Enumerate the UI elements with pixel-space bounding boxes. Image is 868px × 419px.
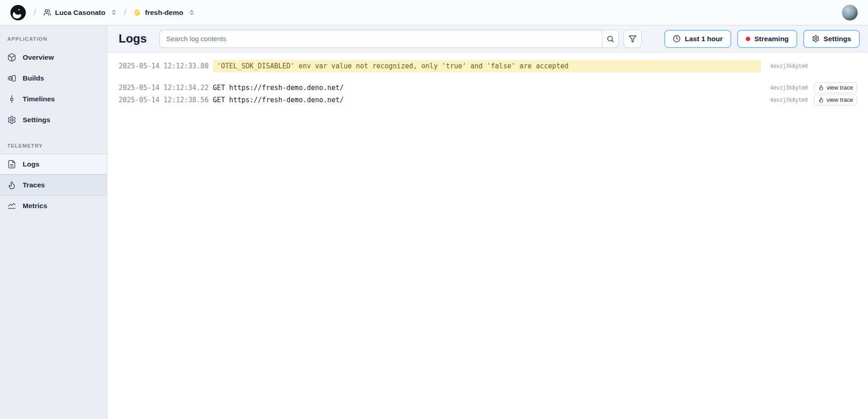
cube-icon bbox=[7, 53, 16, 62]
team-icon bbox=[43, 9, 51, 16]
log-isolate-id: 4evzj3k8ytm0 bbox=[770, 85, 810, 91]
user-avatar[interactable] bbox=[842, 5, 858, 21]
log-row[interactable]: 2025-05-14 12:12:38.56 GET https://fresh… bbox=[119, 94, 857, 106]
filter-button[interactable] bbox=[623, 30, 642, 48]
clock-icon bbox=[673, 35, 681, 43]
timeline-icon bbox=[7, 95, 16, 104]
builds-icon bbox=[7, 74, 16, 83]
topbar: / Luca Casonato / fresh-demo bbox=[0, 0, 868, 25]
search-icon bbox=[606, 35, 614, 43]
log-search-group bbox=[159, 30, 619, 48]
flame-icon bbox=[7, 181, 16, 190]
view-trace-button[interactable]: view trace bbox=[814, 82, 857, 93]
log-timestamp: 2025-05-14 12:12:38.56 bbox=[119, 96, 213, 104]
chevrons-up-down-icon bbox=[111, 10, 117, 15]
trend-icon bbox=[7, 201, 16, 210]
gear-icon bbox=[7, 115, 16, 124]
sidebar: APPLICATION Overview Builds Timelines bbox=[0, 25, 107, 419]
view-trace-button[interactable]: view trace bbox=[814, 95, 857, 105]
toolbar-actions: Last 1 hour Streaming Settings bbox=[664, 30, 860, 48]
log-row[interactable]: 2025-05-14 12:12:34.22 GET https://fresh… bbox=[119, 81, 857, 94]
sidebar-item-label: Logs bbox=[23, 160, 39, 168]
sidebar-section-telemetry: TELEMETRY bbox=[0, 135, 107, 154]
sidebar-item-label: Settings bbox=[23, 116, 50, 124]
log-timestamp: 2025-05-14 12:12:34.22 bbox=[119, 84, 213, 92]
fresh-project-icon bbox=[134, 9, 141, 16]
sidebar-item-label: Metrics bbox=[23, 202, 47, 210]
logs-toolbar: Logs Last 1 hour bbox=[107, 25, 868, 52]
search-input[interactable] bbox=[159, 30, 602, 48]
sidebar-item-label: Traces bbox=[23, 181, 45, 189]
log-row-warning[interactable]: 2025-05-14 12:12:33.80 'OTEL_SDK_DISABLE… bbox=[119, 60, 857, 72]
log-settings-label: Settings bbox=[824, 35, 851, 43]
log-isolate-id: 4evzj3k8ytm0 bbox=[770, 63, 810, 69]
deno-logo-icon[interactable] bbox=[10, 5, 26, 21]
sidebar-item-timelines[interactable]: Timelines bbox=[0, 89, 107, 110]
sidebar-item-label: Overview bbox=[23, 53, 54, 62]
project-name: fresh-demo bbox=[145, 9, 183, 17]
sidebar-item-logs[interactable]: Logs bbox=[0, 154, 107, 175]
search-button[interactable] bbox=[602, 30, 619, 48]
sidebar-item-metrics[interactable]: Metrics bbox=[0, 195, 107, 216]
sidebar-item-builds[interactable]: Builds bbox=[0, 68, 107, 89]
page-title: Logs bbox=[119, 32, 147, 46]
log-timestamp: 2025-05-14 12:12:33.80 bbox=[119, 62, 213, 70]
chevrons-up-down-icon bbox=[189, 10, 195, 15]
breadcrumb-separator: / bbox=[34, 7, 36, 18]
time-range-button[interactable]: Last 1 hour bbox=[664, 30, 731, 48]
log-message: GET https://fresh-demo.deno.net/ bbox=[213, 96, 766, 104]
log-message-warning: 'OTEL_SDK_DISABLED' env var value not re… bbox=[213, 60, 761, 72]
trace-flame-icon bbox=[818, 97, 824, 103]
sidebar-item-traces[interactable]: Traces bbox=[0, 175, 107, 195]
trace-column: view trace bbox=[810, 95, 857, 105]
sidebar-item-label: Timelines bbox=[23, 95, 55, 103]
sidebar-item-label: Builds bbox=[23, 74, 44, 82]
gear-icon bbox=[812, 35, 820, 43]
trace-column: view trace bbox=[810, 82, 857, 93]
trace-flame-icon bbox=[818, 85, 824, 90]
sidebar-item-overview[interactable]: Overview bbox=[0, 47, 107, 68]
view-trace-label: view trace bbox=[826, 96, 853, 103]
time-range-label: Last 1 hour bbox=[685, 35, 723, 43]
log-list: 2025-05-14 12:12:33.80 'OTEL_SDK_DISABLE… bbox=[107, 52, 868, 419]
file-text-icon bbox=[7, 160, 16, 169]
streaming-label: Streaming bbox=[754, 35, 789, 43]
org-name: Luca Casonato bbox=[55, 9, 106, 17]
log-settings-button[interactable]: Settings bbox=[803, 30, 860, 48]
view-trace-label: view trace bbox=[826, 84, 853, 91]
sidebar-item-settings[interactable]: Settings bbox=[0, 110, 107, 130]
streaming-dot-icon bbox=[746, 37, 750, 41]
log-isolate-id: 4evzj3k8ytm0 bbox=[770, 97, 810, 103]
breadcrumb-project[interactable]: fresh-demo bbox=[134, 9, 194, 17]
log-message: GET https://fresh-demo.deno.net/ bbox=[213, 84, 766, 92]
streaming-button[interactable]: Streaming bbox=[737, 30, 797, 48]
sidebar-section-application: APPLICATION bbox=[0, 28, 107, 47]
breadcrumb-separator: / bbox=[124, 7, 127, 18]
breadcrumb-org[interactable]: Luca Casonato bbox=[43, 9, 117, 17]
main-content: Logs Last 1 hour bbox=[107, 25, 868, 419]
filter-icon bbox=[628, 35, 637, 43]
